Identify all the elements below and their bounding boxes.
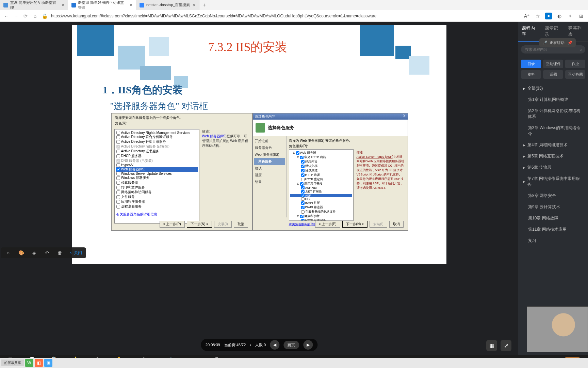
extension-icon[interactable]: ■	[545, 13, 552, 19]
prev-button[interactable]: < 上一步(P)	[315, 221, 340, 228]
undo-icon[interactable]: ↶	[44, 249, 50, 256]
close-icon[interactable]: X	[403, 114, 406, 119]
tree-item[interactable]: ASP	[290, 194, 352, 197]
chapter-item[interactable]: 复习	[518, 235, 588, 246]
cancel-button[interactable]: 取消	[234, 221, 248, 228]
wizard-step[interactable]: 角色服务	[254, 158, 285, 165]
collections-icon[interactable]: ✧	[567, 13, 574, 19]
next-button[interactable]: 下一步(N) >	[187, 221, 212, 228]
sidebar-filter-button[interactable]: 话题	[543, 70, 563, 79]
tree-item[interactable]: ASP.NET	[290, 186, 352, 189]
chapter-item[interactable]: 第1章 计算机网络概述	[518, 94, 588, 105]
role-item[interactable]: Active Directory 域服务 (已安装)	[116, 144, 198, 149]
wizard-step[interactable]: 服务器角色	[254, 144, 285, 151]
wizard-step[interactable]: 开始之前	[254, 138, 285, 144]
browser-tab[interactable]: 课堂派-简单好用的互动课堂管理×	[68, 0, 136, 10]
close-icon[interactable]: ×	[193, 2, 195, 8]
eraser-icon[interactable]: ◈	[31, 249, 37, 256]
tab-course-content[interactable]: 课程内容	[518, 22, 541, 42]
role-item[interactable]: Active Directory 联合身份验证服务	[116, 135, 198, 139]
trash-icon[interactable]: 🗑	[56, 249, 63, 256]
tree-item[interactable]: HTTP 重定向	[290, 177, 352, 182]
jump-page-button[interactable]: 跳页	[283, 341, 299, 349]
camera-feed[interactable]	[527, 306, 588, 352]
chapter-item[interactable]: ▶第5章 网络互联技术	[518, 151, 588, 162]
close-toolbar-button[interactable]: ×关闭	[69, 250, 82, 256]
roles-listbox[interactable]: Active Directory Rights Management Servi…	[114, 129, 199, 224]
role-item[interactable]: Active Directory Rights Management Servi…	[116, 131, 198, 135]
chapter-item[interactable]: 第3章 Windows的常用网络命令	[518, 122, 588, 139]
tree-item[interactable]: ⊟应用程序开发	[290, 182, 352, 186]
lock-icon[interactable]: 🔒	[42, 13, 48, 19]
next-button[interactable]: 下一步(N) >	[342, 221, 368, 228]
chapter-item[interactable]: ▶第4章 局域网组建技术	[518, 139, 588, 151]
role-services-tree[interactable]: ⊟Web 服务器⊟常见 HTTP 功能静态内容默认文档目录浏览HTTP 错误HT…	[289, 149, 354, 221]
annotation-toolbar[interactable]: ○ 🎨 ◈ ↶ 🗑 ×关闭	[1, 247, 86, 258]
more-info-link[interactable]: 有关服务器角色的详细信息	[116, 212, 157, 217]
read-aloud-icon[interactable]: A⁺	[523, 13, 530, 19]
role-item[interactable]: Windows Server Update Services	[116, 172, 198, 175]
role-item[interactable]: Active Directory 轻型目录服务	[116, 139, 198, 144]
role-item[interactable]: DNS 服务器 (已安装)	[116, 158, 198, 163]
tree-item[interactable]: .NET 扩展性	[290, 189, 352, 194]
favorite-icon[interactable]: ☆	[534, 13, 541, 19]
tree-item[interactable]: ISAPI 扩展	[290, 201, 352, 205]
expand-all[interactable]: ▶全部(33)	[518, 83, 588, 94]
sidebar-filter-button[interactable]: 资料	[521, 70, 541, 79]
settings-icon[interactable]: ◐	[556, 13, 563, 19]
tree-item[interactable]: ISAPI 筛选器	[290, 205, 352, 210]
chapter-item[interactable]: 第10章 网络故障	[518, 213, 588, 224]
role-item[interactable]: Windows 部署服务	[116, 175, 198, 180]
close-icon[interactable]: ×	[62, 2, 64, 8]
role-item[interactable]: 应用程序服务器	[116, 199, 198, 204]
new-tab-button[interactable]: +	[199, 2, 209, 8]
tree-item[interactable]: ⊟Web 服务器	[290, 151, 352, 155]
tree-item[interactable]: ⊟健康和诊断	[290, 214, 352, 218]
sidebar-filter-button[interactable]: 作业	[565, 60, 585, 68]
sidebar-filter-button[interactable]: 互动课件	[543, 60, 563, 68]
role-item[interactable]: 文件服务	[116, 195, 198, 199]
role-item[interactable]: DHCP 服务器	[116, 154, 198, 158]
role-item[interactable]: 传真服务器	[116, 180, 198, 185]
sidebar-filter-button[interactable]: 互动答题	[565, 70, 585, 79]
url-field[interactable]: https://www.ketangpai.com/#/classroom?cl…	[51, 14, 520, 18]
wizard-step[interactable]: 确认	[254, 165, 285, 172]
browser-tab[interactable]: netstat -dnsstop_百度搜索×	[136, 0, 199, 10]
next-slide-button[interactable]: ▶	[303, 340, 313, 350]
back-icon[interactable]: ←	[3, 13, 10, 19]
wizard-step[interactable]: 结果	[254, 179, 285, 185]
ellipse-icon[interactable]: ○	[5, 249, 12, 256]
home-icon[interactable]: ⌂	[32, 13, 38, 19]
wechat-icon[interactable]: W	[25, 359, 33, 367]
prev-slide-button[interactable]: ◀	[270, 340, 279, 350]
chapter-item[interactable]: ▶第7章 网络操作系统中常用服务	[518, 173, 588, 190]
role-item[interactable]: Active Directory 证书服务	[116, 149, 198, 154]
menu-icon[interactable]: ⊞	[578, 13, 585, 19]
browser-tab[interactable]: 堂派-简单好用的互动课堂管理×	[0, 0, 68, 10]
app-icon[interactable]: ◧	[35, 359, 43, 367]
role-item[interactable]: Web 服务器(IIS)	[116, 167, 198, 172]
tree-item[interactable]: 默认文档	[290, 164, 352, 168]
tree-item[interactable]: 目录浏览	[290, 168, 352, 173]
role-item[interactable]: 网络策略和访问服务	[116, 190, 198, 195]
desc-link[interactable]: Web 服务器(IIS)	[202, 134, 227, 138]
chapter-item[interactable]: ▶第6章 传输层	[518, 162, 588, 173]
vm-icon[interactable]: ▣	[44, 359, 52, 367]
tree-item[interactable]: 静态内容	[290, 159, 352, 164]
role-item[interactable]: 远程桌面服务	[116, 204, 198, 209]
wizard-step[interactable]: Web 服务器(IIS)	[254, 151, 285, 158]
chapter-item[interactable]: 第2章 计算机网络协议与结构体系	[518, 105, 588, 122]
chapter-item[interactable]: 第9章 云计算技术	[518, 201, 588, 213]
chevron-left-icon[interactable]: ‹	[250, 343, 251, 347]
role-item[interactable]: Hyper-V	[116, 163, 198, 167]
wizard-step[interactable]: 进度	[254, 172, 285, 179]
tree-item[interactable]: CGI	[290, 197, 352, 201]
cancel-button[interactable]: 取消	[389, 221, 404, 228]
tree-item[interactable]: HTTP 错误	[290, 173, 352, 177]
palette-icon[interactable]: 🎨	[18, 249, 24, 256]
role-item[interactable]: 打印和文件服务	[116, 185, 198, 190]
fullscreen-exit-button[interactable]: ⤢	[501, 340, 511, 351]
sidebar-filter-button[interactable]: 目录	[521, 60, 541, 68]
refresh-icon[interactable]: ⟳	[22, 13, 29, 19]
close-icon[interactable]: ×	[130, 2, 132, 8]
